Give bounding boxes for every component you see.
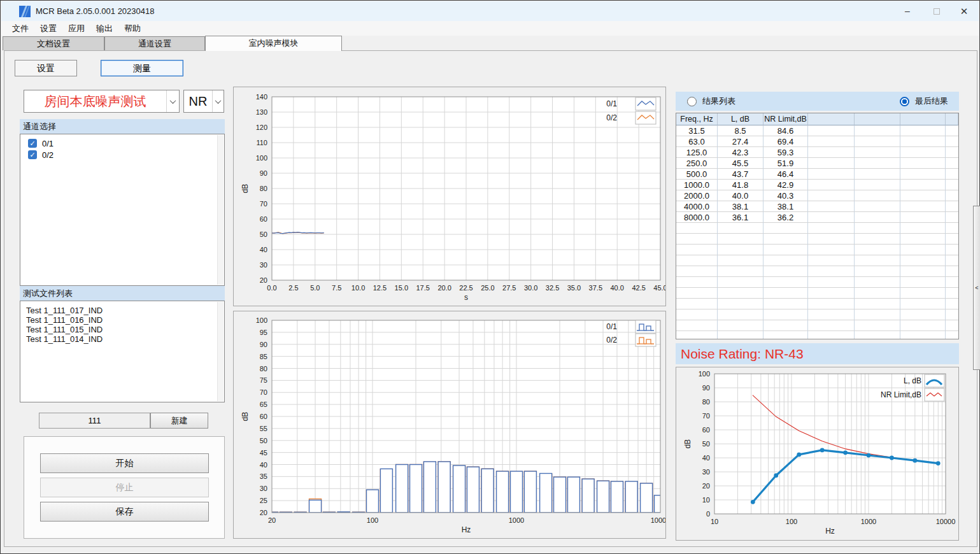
table-cell: 63.0 [676, 136, 718, 147]
table-cell [676, 288, 718, 299]
new-button[interactable]: 新建 [150, 413, 208, 429]
table-header-cell [855, 113, 900, 125]
maximize-button[interactable] [922, 1, 951, 21]
table-cell [808, 277, 855, 288]
table-row: 125.042.359.3 [676, 147, 958, 158]
table-cell: 38.1 [763, 201, 808, 212]
menu-item-application[interactable]: 应用 [62, 21, 90, 36]
channel-row[interactable]: ✓0/1 [28, 138, 53, 148]
table-cell [718, 234, 763, 245]
collapse-panel-button[interactable]: < [973, 206, 980, 370]
table-row [676, 266, 958, 277]
table-cell [900, 180, 946, 190]
checkbox-checked-icon[interactable]: ✓ [28, 150, 37, 159]
close-button[interactable]: ✕ [949, 1, 979, 21]
table-cell [900, 234, 946, 245]
svg-text:17.5: 17.5 [416, 284, 430, 292]
window-title: MCR Beta 2.05.0.001 20230418 [36, 1, 154, 21]
subtab-measure[interactable]: 测量 [101, 60, 183, 76]
table-cell [808, 190, 855, 201]
table-cell: 4000.0 [676, 201, 718, 212]
menu-item-help[interactable]: 帮助 [118, 21, 146, 36]
file-list-item[interactable]: Test 1_111_014_IND [26, 334, 103, 344]
table-cell: 42.9 [763, 180, 808, 190]
menu-item-output[interactable]: 输出 [90, 21, 118, 36]
table-cell [763, 234, 808, 245]
svg-text:75: 75 [260, 376, 267, 384]
file-list[interactable]: Test 1_111_017_INDTest 1_111_016_INDTest… [20, 301, 225, 402]
table-cell [808, 255, 855, 266]
file-list-header: 测试文件列表 [20, 286, 225, 301]
table-cell [855, 234, 900, 245]
file-name-input[interactable]: 111 [39, 413, 150, 429]
start-button[interactable]: 开始 [40, 453, 209, 473]
rating-type-select[interactable]: NR [183, 90, 224, 113]
table-cell: 2000.0 [676, 190, 718, 201]
table-cell: 500.0 [676, 169, 718, 180]
svg-text:80: 80 [702, 398, 710, 406]
table-cell: 59.3 [763, 147, 808, 158]
table-cell [946, 125, 958, 136]
menu-item-settings[interactable]: 设置 [34, 21, 62, 36]
app-icon [19, 6, 31, 17]
svg-text:Hz: Hz [825, 527, 835, 536]
table-cell [808, 245, 855, 255]
scrollbar-track[interactable] [217, 135, 224, 285]
table-cell [718, 299, 763, 309]
stop-button[interactable]: 停止 [40, 478, 209, 497]
table-cell [900, 125, 946, 136]
channel-list[interactable]: ✓0/1✓0/2 [20, 134, 225, 286]
table-cell [763, 309, 808, 320]
spectrum-chart: 2025303540455055606570758085909510020100… [233, 311, 666, 539]
table-cell [946, 223, 958, 234]
table-cell [808, 320, 855, 331]
nr-chart: 010203040506070809010010100100010000dBHz… [676, 367, 959, 541]
table-row: 2000.040.040.3 [676, 190, 958, 201]
subtab-settings[interactable]: 设置 [15, 60, 77, 76]
table-cell [855, 169, 900, 180]
table-cell [946, 266, 958, 277]
tab-channel-settings[interactable]: 通道设置 [104, 36, 205, 50]
table-cell: 43.7 [718, 169, 763, 180]
table-cell [855, 158, 900, 169]
scrollbar-track[interactable] [217, 302, 224, 401]
table-cell [946, 158, 958, 169]
file-list-item[interactable]: Test 1_111_016_IND [26, 315, 103, 325]
tab-indoor-noise[interactable]: 室内噪声模块 [205, 36, 342, 51]
svg-text:30: 30 [260, 485, 267, 492]
table-cell [676, 299, 718, 309]
file-list-item[interactable]: Test 1_111_015_IND [26, 325, 103, 334]
last-result-radio[interactable] [900, 97, 909, 106]
table-row [676, 234, 958, 245]
svg-text:12.5: 12.5 [373, 284, 387, 292]
svg-text:110: 110 [256, 139, 267, 146]
table-cell [718, 331, 763, 339]
table-cell [946, 169, 958, 180]
table-cell [808, 125, 855, 136]
svg-text:35: 35 [260, 472, 267, 480]
test-type-select[interactable]: 房间本底噪声测试 [24, 90, 180, 113]
chevron-down-icon[interactable] [212, 90, 224, 112]
table-row: 500.043.746.4 [676, 169, 958, 180]
menu-bar: 文件设置应用输出帮助 [1, 21, 979, 36]
menu-item-file[interactable]: 文件 [6, 21, 34, 36]
tab-document-settings[interactable]: 文档设置 [3, 36, 104, 50]
chevron-down-icon[interactable] [166, 90, 179, 112]
file-list-item[interactable]: Test 1_111_017_IND [26, 306, 103, 315]
table-cell [855, 212, 900, 223]
result-list-radio[interactable] [687, 97, 697, 106]
svg-text:60: 60 [260, 215, 267, 223]
table-cell [900, 147, 946, 158]
table-row [676, 277, 958, 288]
channel-row[interactable]: ✓0/2 [28, 150, 53, 160]
table-cell [855, 320, 900, 331]
svg-text:0/1: 0/1 [606, 322, 617, 331]
table-cell [808, 288, 855, 299]
table-header-cell: NR Limit,dB [763, 113, 808, 125]
checkbox-checked-icon[interactable]: ✓ [28, 139, 37, 148]
table-cell [763, 245, 808, 255]
minimize-button[interactable]: – [893, 1, 922, 21]
svg-text:37.5: 37.5 [589, 284, 602, 292]
table-cell [676, 320, 718, 331]
save-button[interactable]: 保存 [40, 502, 209, 522]
